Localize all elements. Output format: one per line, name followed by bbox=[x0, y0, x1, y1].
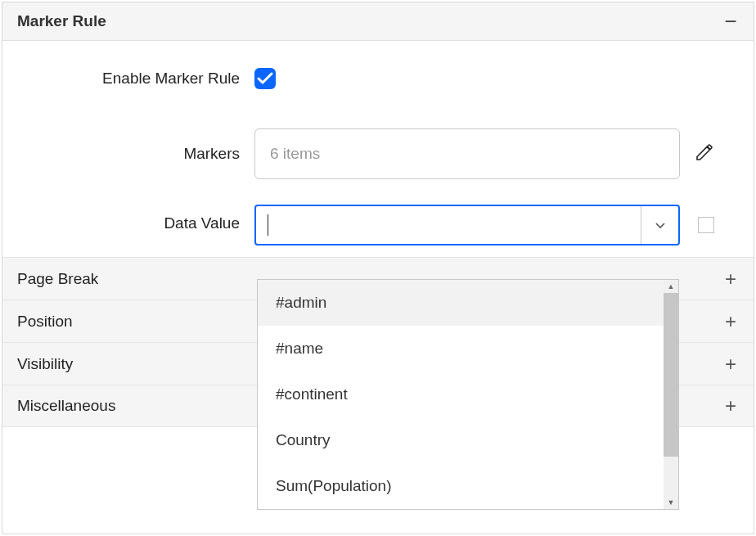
expand-icon[interactable]: + bbox=[722, 353, 739, 376]
datavalue-aux-box[interactable] bbox=[698, 217, 714, 233]
markers-row: Markers 6 items bbox=[2, 116, 754, 191]
datavalue-label: Data Value bbox=[19, 205, 240, 232]
expand-icon[interactable]: + bbox=[722, 394, 739, 417]
text-cursor bbox=[268, 214, 268, 236]
scroll-down-icon[interactable]: ▼ bbox=[664, 496, 678, 509]
section-label: Miscellaneous bbox=[17, 397, 115, 415]
enable-row: Enable Marker Rule bbox=[2, 41, 754, 116]
expand-icon[interactable]: + bbox=[722, 268, 739, 291]
chevron-down-icon bbox=[654, 218, 667, 232]
markers-input[interactable]: 6 items bbox=[254, 128, 680, 179]
markers-label: Markers bbox=[19, 145, 240, 163]
section-label: Visibility bbox=[17, 355, 73, 373]
section-label: Position bbox=[17, 313, 73, 331]
enable-checkbox[interactable] bbox=[254, 68, 276, 89]
edit-icon[interactable] bbox=[695, 142, 714, 166]
expand-icon[interactable]: + bbox=[722, 310, 739, 333]
datavalue-combobox[interactable] bbox=[254, 205, 680, 245]
scroll-up-icon[interactable]: ▲ bbox=[664, 280, 678, 293]
dropdown-option[interactable]: Sum(Population) bbox=[258, 463, 664, 509]
dropdown-option[interactable]: #continent bbox=[258, 372, 664, 417]
datavalue-dropdown-list: #admin #name #continent Country Sum(Popu… bbox=[257, 279, 679, 510]
panel-title: Marker Rule bbox=[17, 12, 106, 30]
enable-label: Enable Marker Rule bbox=[19, 70, 240, 88]
collapse-icon[interactable]: − bbox=[722, 11, 739, 32]
datavalue-row: Data Value bbox=[2, 191, 754, 257]
section-label: Page Break bbox=[17, 270, 98, 288]
dropdown-option[interactable]: #admin bbox=[258, 280, 664, 326]
datavalue-dropdown-toggle[interactable] bbox=[641, 206, 678, 244]
scroll-thumb[interactable] bbox=[664, 293, 678, 457]
dropdown-option[interactable]: #name bbox=[258, 326, 664, 372]
panel-header: Marker Rule − bbox=[2, 2, 754, 41]
dropdown-scrollbar[interactable]: ▲ ▼ bbox=[664, 280, 678, 509]
datavalue-input[interactable] bbox=[256, 214, 641, 236]
markers-placeholder: 6 items bbox=[270, 145, 320, 163]
checkmark-icon bbox=[257, 71, 273, 86]
dropdown-option[interactable]: Country bbox=[258, 417, 664, 463]
